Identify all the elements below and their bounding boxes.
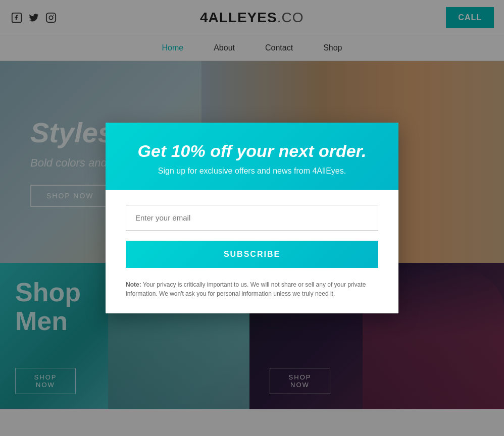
modal-body: SUBSCRIBE Note: Your privacy is critical… <box>106 190 398 313</box>
modal-privacy-note: Note: Your privacy is critically importa… <box>126 280 378 298</box>
modal-title: Get 10% off your next order. <box>126 141 378 161</box>
modal-subtitle: Sign up for exclusive offers and news fr… <box>126 167 378 176</box>
email-input[interactable] <box>126 205 378 231</box>
modal-overlay[interactable]: Get 10% off your next order. Sign up for… <box>0 0 504 436</box>
subscribe-modal: Get 10% off your next order. Sign up for… <box>106 123 398 313</box>
subscribe-button[interactable]: SUBSCRIBE <box>126 241 378 268</box>
modal-header: Get 10% off your next order. Sign up for… <box>106 123 398 190</box>
